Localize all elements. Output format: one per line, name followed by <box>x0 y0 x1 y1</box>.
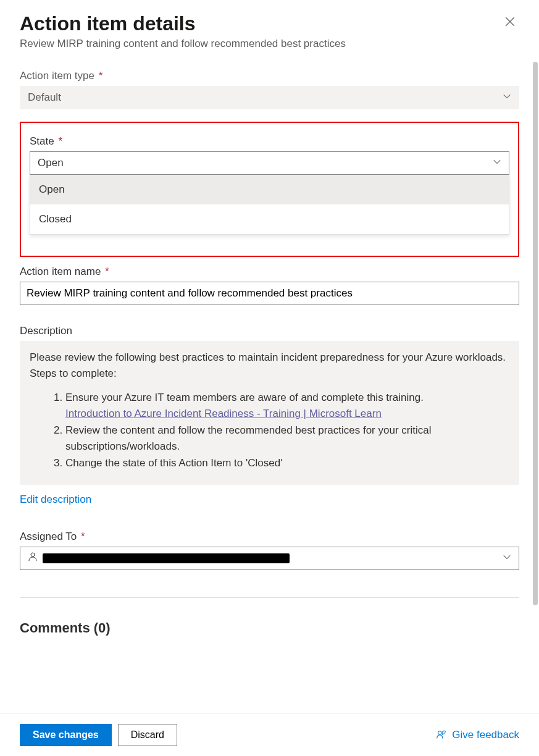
description-step-3: Change the state of this Action Item to … <box>65 455 509 471</box>
description-intro: Please review the following best practic… <box>30 350 509 381</box>
page-title: Action item details <box>20 12 346 35</box>
assigned-to-label-text: Assigned To <box>20 531 77 542</box>
state-highlight-region: State * Open Open Closed <box>20 122 519 257</box>
state-option-closed[interactable]: Closed <box>30 204 509 234</box>
scrollbar-thumb[interactable] <box>533 62 538 605</box>
svg-point-1 <box>438 731 441 734</box>
name-input[interactable] <box>20 282 519 305</box>
type-value: Default <box>28 91 61 104</box>
assigned-to-label: Assigned To * <box>20 531 519 543</box>
type-label-text: Action item type <box>20 70 94 82</box>
close-button[interactable] <box>501 12 519 33</box>
chevron-down-icon <box>493 157 501 169</box>
state-value: Open <box>38 157 64 169</box>
person-icon <box>28 552 38 565</box>
required-marker: * <box>105 266 109 277</box>
required-marker: * <box>58 135 62 147</box>
description-label: Description <box>20 325 519 337</box>
section-divider <box>20 597 519 598</box>
required-marker: * <box>81 531 85 542</box>
state-dropdown-list: Open Closed <box>30 175 509 235</box>
footer-bar: Save changes Discard Give feedback <box>0 713 539 756</box>
save-button[interactable]: Save changes <box>20 724 112 746</box>
svg-point-0 <box>31 553 35 556</box>
description-step-1: Ensure your Azure IT team members are aw… <box>65 390 509 421</box>
assigned-to-value-redacted <box>43 553 290 563</box>
description-box: Please review the following best practic… <box>20 341 519 485</box>
step-1-text: Ensure your Azure IT team members are aw… <box>65 392 424 403</box>
give-feedback-link[interactable]: Give feedback <box>436 729 519 741</box>
type-select[interactable]: Default <box>20 86 519 109</box>
type-label: Action item type * <box>20 70 519 82</box>
comments-heading: Comments (0) <box>20 620 519 636</box>
state-label-text: State <box>30 135 54 147</box>
state-label: State * <box>30 135 509 148</box>
state-option-open[interactable]: Open <box>30 175 509 204</box>
feedback-label: Give feedback <box>452 729 519 741</box>
training-link[interactable]: Introduction to Azure Incident Readiness… <box>65 408 382 419</box>
chevron-down-icon <box>503 552 511 565</box>
page-subtitle: Review MIRP training content and follow … <box>20 38 346 50</box>
description-step-2: Review the content and follow the recomm… <box>65 422 509 454</box>
discard-button[interactable]: Discard <box>118 724 177 746</box>
name-label: Action item name * <box>20 266 519 278</box>
required-marker: * <box>99 70 103 82</box>
state-select[interactable]: Open <box>30 151 509 175</box>
chevron-down-icon <box>503 91 511 104</box>
name-label-text: Action item name <box>20 266 101 277</box>
edit-description-link[interactable]: Edit description <box>20 494 91 506</box>
feedback-icon <box>436 729 447 741</box>
close-icon <box>504 16 516 27</box>
assigned-to-select[interactable] <box>20 547 519 570</box>
